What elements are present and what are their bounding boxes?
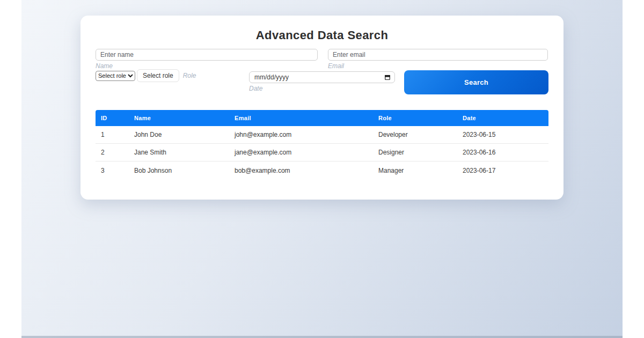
- column-header-role: Role: [373, 115, 457, 121]
- email-label: Email: [328, 62, 548, 70]
- search-button[interactable]: Search: [404, 70, 548, 94]
- cell-id: 1: [96, 131, 129, 138]
- results-table: ID Name Email Role Date 1 John Doe john@…: [96, 110, 548, 179]
- column-header-email: Email: [229, 115, 373, 121]
- table-row: 3 Bob Johnson bob@example.com Manager 20…: [96, 161, 548, 179]
- role-label: Role: [183, 72, 196, 79]
- cell-name: John Doe: [129, 131, 229, 138]
- cell-date: 2023-06-15: [457, 131, 548, 138]
- cell-name: Bob Johnson: [129, 167, 229, 174]
- date-field-group: Date: [249, 71, 395, 92]
- cell-role: Designer: [373, 149, 457, 156]
- calendar-icon[interactable]: [384, 74, 391, 80]
- name-label: Name: [96, 62, 318, 70]
- cell-date: 2023-06-17: [457, 167, 548, 174]
- cell-email: jane@example.com: [229, 149, 373, 156]
- cell-name: Jane Smith: [129, 149, 229, 156]
- cell-date: 2023-06-16: [457, 149, 548, 156]
- page-title: Advanced Data Search: [80, 28, 564, 42]
- column-header-id: ID: [96, 115, 129, 121]
- email-field-group: Email: [328, 49, 548, 70]
- table-row: 1 John Doe john@example.com Developer 20…: [96, 126, 548, 144]
- role-field-group: Select role Select role Role: [96, 69, 196, 82]
- email-input[interactable]: [328, 49, 548, 61]
- cell-id: 2: [96, 149, 129, 156]
- table-row: 2 Jane Smith jane@example.com Designer 2…: [96, 144, 548, 161]
- name-input[interactable]: [96, 49, 318, 61]
- cell-email: john@example.com: [229, 131, 373, 138]
- search-card: Advanced Data Search Name Email Select r…: [80, 16, 564, 200]
- cell-role: Manager: [373, 167, 457, 174]
- date-label: Date: [249, 85, 395, 92]
- column-header-name: Name: [129, 115, 229, 121]
- bottom-edge: [21, 336, 623, 338]
- cell-email: bob@example.com: [229, 167, 373, 174]
- table-header-row: ID Name Email Role Date: [96, 110, 548, 126]
- name-field-group: Name: [96, 49, 318, 70]
- cell-id: 3: [96, 167, 129, 174]
- role-display-box[interactable]: Select role: [137, 69, 179, 82]
- role-select[interactable]: Select role: [96, 71, 135, 81]
- cell-role: Developer: [373, 131, 457, 138]
- date-input[interactable]: [249, 71, 395, 83]
- column-header-date: Date: [457, 115, 548, 121]
